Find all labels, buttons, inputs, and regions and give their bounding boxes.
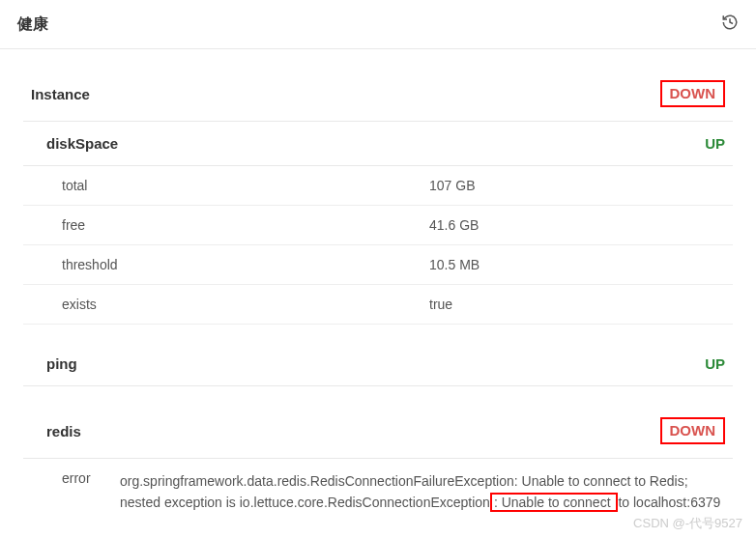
- page-title: 健康: [17, 14, 48, 35]
- error-text: org.springframework.data.redis.RedisConn…: [120, 470, 725, 514]
- error-key: error: [62, 470, 120, 486]
- instance-section: Instance DOWN: [23, 67, 733, 122]
- ping-section[interactable]: ping UP: [23, 342, 733, 386]
- redis-label: redis: [46, 423, 81, 439]
- row-key: threshold: [62, 257, 429, 272]
- highlight-box: DOWN: [660, 80, 726, 107]
- row-key: exists: [62, 297, 429, 312]
- row-key: free: [62, 217, 429, 233]
- highlight-box: DOWN: [660, 417, 726, 444]
- redis-section[interactable]: redis DOWN: [23, 404, 733, 459]
- history-icon[interactable]: [721, 14, 739, 35]
- table-row: exists true: [23, 285, 733, 325]
- diskspace-status: UP: [705, 135, 725, 152]
- health-content: Instance DOWN diskSpace UP total 107 GB …: [0, 49, 756, 525]
- error-post: to localhost:6379: [618, 495, 720, 510]
- row-value: 107 GB: [429, 178, 725, 193]
- table-row: threshold 10.5 MB: [23, 245, 733, 285]
- row-value: true: [429, 297, 725, 312]
- error-row: error org.springframework.data.redis.Red…: [23, 459, 733, 525]
- instance-label: Instance: [31, 86, 90, 102]
- page-header: 健康: [0, 0, 756, 49]
- diskspace-label: diskSpace: [46, 135, 118, 152]
- table-row: free 41.6 GB: [23, 206, 733, 245]
- diskspace-section[interactable]: diskSpace UP: [23, 122, 733, 166]
- highlight-box: : Unable to connect: [490, 493, 619, 512]
- table-row: total 107 GB: [23, 166, 733, 206]
- row-value: 41.6 GB: [429, 217, 725, 233]
- instance-status: DOWN: [670, 85, 716, 101]
- row-value: 10.5 MB: [429, 257, 725, 272]
- row-key: total: [62, 178, 429, 193]
- redis-status: DOWN: [670, 422, 716, 439]
- ping-status: UP: [705, 355, 725, 372]
- ping-label: ping: [46, 355, 77, 372]
